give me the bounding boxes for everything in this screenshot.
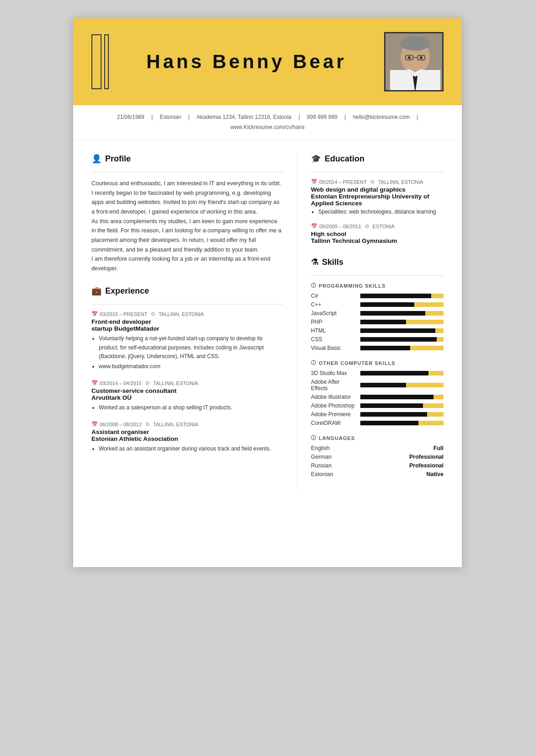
skills-icon: ⚗ bbox=[311, 257, 318, 267]
lang-name: Estonian bbox=[311, 471, 333, 477]
experience-item-2: 📅 03/2014 – 04/2015 ⊙ TALLINN, ESTONIA C… bbox=[91, 380, 283, 412]
exp-bullets-3: Worked as an assistant organiser during … bbox=[91, 445, 283, 453]
lang-german: German Professional bbox=[311, 454, 444, 460]
skill-css: CSS bbox=[311, 336, 444, 343]
lang-level: Professional bbox=[409, 454, 444, 460]
experience-icon: 💼 bbox=[91, 286, 102, 296]
languages: ⓘ LANGUAGES English Full German Professi… bbox=[311, 434, 444, 477]
education-item-2: 📅 09/2009 – 06/2011 ⊙ ESTONIA High schoo… bbox=[311, 223, 444, 244]
education-section: 🎓 Education 📅 09/2014 – PRESENT ⊙ TALLIN… bbox=[311, 154, 444, 244]
profile-text: Courteous and enthusiastic, I am interes… bbox=[91, 179, 283, 273]
exp-company-1: startup BudgetMatador bbox=[91, 325, 283, 332]
contact-email: hello@kickresume.com bbox=[353, 114, 410, 120]
contact-dob: 21/06/1989 bbox=[117, 114, 144, 120]
decoration-bar-narrow bbox=[104, 34, 109, 89]
education-item-1: 📅 09/2014 – PRESENT ⊙ TALLINN, ESTONIA W… bbox=[311, 179, 444, 215]
profile-divider bbox=[91, 172, 283, 172]
profile-title: 👤 Profile bbox=[91, 154, 283, 166]
lang-english: English Full bbox=[311, 445, 444, 451]
education-icon: 🎓 bbox=[311, 154, 321, 164]
skill-vb: Visual Basic bbox=[311, 345, 444, 351]
edu-bullets-1: Specialities: web technologies, distance… bbox=[311, 209, 444, 215]
exp-bullets-2: Worked as a salesperson at a shop sellin… bbox=[91, 403, 283, 412]
header-decoration bbox=[91, 34, 109, 89]
header-section: Hans Benny Bear bbox=[73, 18, 462, 105]
skill-php: PHP bbox=[311, 319, 444, 325]
resume-body: 👤 Profile Courteous and enthusiastic, I … bbox=[73, 140, 462, 504]
languages-title: ⓘ LANGUAGES bbox=[311, 434, 444, 441]
candidate-photo bbox=[384, 32, 444, 91]
list-item: Worked as an assistant organiser during … bbox=[99, 445, 283, 453]
edu-degree-1: Web design and digital graphics bbox=[311, 186, 444, 193]
exp-title-1: Front-end developer bbox=[91, 318, 283, 325]
list-item: Worked as a salesperson at a shop sellin… bbox=[99, 403, 283, 412]
profile-section: 👤 Profile Courteous and enthusiastic, I … bbox=[91, 154, 283, 273]
skills-title: ⚗ Skills bbox=[311, 257, 444, 269]
decoration-bar-wide bbox=[91, 34, 102, 89]
lang-russian: Russian Professional bbox=[311, 462, 444, 469]
lang-level: Full bbox=[433, 445, 444, 451]
exp-company-2: Arvutitark OÜ bbox=[91, 394, 283, 401]
computer-skills: ⓘ OTHER COMPUTER SKILLS 3D Studio Max Ad… bbox=[311, 359, 444, 426]
experience-item-1: 📅 03/2015 – PRESENT ⊙ TALLINN, ESTONIA F… bbox=[91, 311, 283, 371]
contact-nationality: Estonian bbox=[160, 114, 182, 120]
list-item: Specialities: web technologies, distance… bbox=[318, 209, 444, 215]
edu-school-1: Estonian Entrepreneurship University of … bbox=[311, 193, 444, 207]
exp-company-3: Estonian Athletic Association bbox=[91, 435, 283, 442]
edu-meta-2: 📅 09/2009 – 06/2011 ⊙ ESTONIA bbox=[311, 223, 444, 229]
edu-school-2: Tallinn Technical Gymnasium bbox=[311, 237, 444, 244]
contact-phone: 999 999 999 bbox=[307, 114, 337, 120]
skill-aftereffects: Adobe After Effects bbox=[311, 379, 444, 391]
computer-skills-title: ⓘ OTHER COMPUTER SKILLS bbox=[311, 359, 444, 366]
skill-illustrator: Adobe Illustrator bbox=[311, 394, 444, 400]
skill-photoshop: Adobe Photoshop bbox=[311, 402, 444, 409]
exp-title-2: Customer-service consultant bbox=[91, 387, 283, 394]
svg-point-5 bbox=[401, 36, 430, 51]
resume-document: Hans Benny Bear bbox=[73, 18, 462, 567]
skill-html: HTML bbox=[311, 327, 444, 334]
lang-name: Russian bbox=[311, 462, 332, 469]
skill-3dstudio: 3D Studio Max bbox=[311, 370, 444, 376]
experience-item-3: 📅 06/2008 – 08/2012 ⊙ TALLINN, ESTONIA A… bbox=[91, 421, 283, 453]
contact-website: www.Kickresume.com/cv/hans bbox=[230, 124, 305, 130]
skills-divider bbox=[311, 275, 444, 276]
programming-skills-title: ⓘ PROGRAMMING SKILLS bbox=[311, 282, 444, 289]
list-item: www.budgetmatador.com bbox=[99, 362, 283, 371]
education-divider bbox=[311, 172, 444, 172]
skills-section: ⚗ Skills ⓘ PROGRAMMING SKILLS C# bbox=[311, 257, 444, 477]
skill-cpp: C++ bbox=[311, 301, 444, 308]
programming-skills: ⓘ PROGRAMMING SKILLS C# C++ bbox=[311, 282, 444, 351]
contact-address: Akademia 1234, Tallinn 12316, Estonia bbox=[197, 114, 291, 120]
experience-title: 💼 Experience bbox=[91, 286, 283, 298]
exp-meta-2: 📅 03/2014 – 04/2015 ⊙ TALLINN, ESTONIA bbox=[91, 380, 283, 386]
left-column: 👤 Profile Courteous and enthusiastic, I … bbox=[91, 154, 297, 490]
skill-premiere: Adobe Premiere bbox=[311, 411, 444, 418]
right-column: 🎓 Education 📅 09/2014 – PRESENT ⊙ TALLIN… bbox=[297, 154, 444, 490]
edu-meta-1: 📅 09/2014 – PRESENT ⊙ TALLINN, ESTONIA bbox=[311, 179, 444, 185]
lang-estonian: Estonian Native bbox=[311, 471, 444, 477]
education-title: 🎓 Education bbox=[311, 154, 444, 166]
skill-csharp: C# bbox=[311, 293, 444, 299]
candidate-name-block: Hans Benny Bear bbox=[123, 51, 370, 73]
lang-level: Native bbox=[426, 471, 444, 477]
profile-icon: 👤 bbox=[91, 154, 102, 164]
experience-section: 💼 Experience 📅 03/2015 – PRESENT ⊙ TALLI… bbox=[91, 286, 283, 453]
svg-point-9 bbox=[408, 56, 411, 59]
exp-meta-3: 📅 06/2008 – 08/2012 ⊙ TALLINN, ESTONIA bbox=[91, 421, 283, 427]
contact-bar: 21/06/1989 | Estonian | Akademia 1234, T… bbox=[73, 105, 462, 140]
skill-coreldraw: CorelDRAW bbox=[311, 420, 444, 426]
exp-bullets-1: Voluntarily helping a not-yet-funded sta… bbox=[91, 334, 283, 371]
experience-divider bbox=[91, 304, 283, 305]
candidate-name: Hans Benny Bear bbox=[123, 51, 370, 73]
lang-name: English bbox=[311, 445, 330, 451]
exp-title-3: Assistant organiser bbox=[91, 429, 283, 435]
skill-javascript: JavaScript bbox=[311, 310, 444, 316]
edu-degree-2: High school bbox=[311, 231, 444, 237]
lang-level: Professional bbox=[409, 462, 444, 469]
list-item: Voluntarily helping a not-yet-funded sta… bbox=[99, 334, 283, 361]
lang-name: German bbox=[311, 454, 332, 460]
exp-meta-1: 📅 03/2015 – PRESENT ⊙ TALLINN, ESTONIA bbox=[91, 311, 283, 317]
svg-point-10 bbox=[420, 56, 423, 59]
